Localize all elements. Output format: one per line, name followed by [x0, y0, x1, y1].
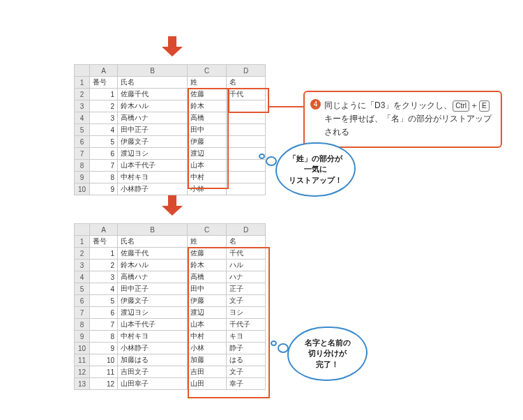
cell-C9[interactable]: 中村: [188, 172, 227, 183]
cell-D3[interactable]: ハル: [227, 260, 266, 271]
cell-A8[interactable]: 7: [90, 160, 118, 172]
cell-C6[interactable]: 伊藤: [188, 136, 227, 148]
cell-B7[interactable]: 渡辺ヨシ: [118, 307, 188, 319]
cell-B3[interactable]: 鈴木ハル: [118, 260, 188, 271]
cell-A6[interactable]: 5: [90, 295, 118, 307]
cell-A3[interactable]: 2: [90, 100, 118, 112]
column-header-B[interactable]: B: [118, 65, 188, 77]
row-header[interactable]: 8: [75, 160, 90, 172]
cell-A10[interactable]: 9: [90, 183, 118, 195]
cell-A13[interactable]: 12: [90, 378, 118, 390]
column-header-D[interactable]: D: [227, 65, 266, 77]
cell-B3[interactable]: 鈴木ハル: [118, 100, 188, 112]
cell-D2[interactable]: 千代: [227, 248, 266, 260]
cell-C1[interactable]: 姓: [188, 236, 227, 248]
cell-B8[interactable]: 山本千代子: [118, 160, 188, 172]
cell-B9[interactable]: 中村キヨ: [118, 331, 188, 343]
cell-D4[interactable]: [227, 112, 266, 124]
cell-C3[interactable]: 鈴木: [188, 100, 227, 112]
cell-D6[interactable]: [227, 136, 266, 148]
cell-B13[interactable]: 山田幸子: [118, 378, 188, 390]
cell-D13[interactable]: 幸子: [227, 378, 266, 390]
cell-B1[interactable]: 氏名: [118, 77, 188, 89]
column-header-A[interactable]: A: [90, 224, 118, 236]
row-header[interactable]: 1: [75, 77, 90, 89]
cell-C8[interactable]: 山本: [188, 160, 227, 172]
cell-B5[interactable]: 田中正子: [118, 124, 188, 136]
row-header[interactable]: 8: [75, 319, 90, 331]
cell-A1[interactable]: 番号: [90, 77, 118, 89]
row-header[interactable]: 3: [75, 260, 90, 271]
cell-C4[interactable]: 高橋: [188, 112, 227, 124]
cell-D10[interactable]: 静子: [227, 343, 266, 354]
cell-D2[interactable]: 千代: [227, 89, 266, 100]
cell-A3[interactable]: 2: [90, 260, 118, 271]
cell-A5[interactable]: 4: [90, 283, 118, 295]
cell-A4[interactable]: 3: [90, 271, 118, 283]
cell-B6[interactable]: 伊藤文子: [118, 136, 188, 148]
cell-D9[interactable]: キヨ: [227, 331, 266, 343]
row-header[interactable]: 5: [75, 283, 90, 295]
cell-A11[interactable]: 10: [90, 354, 118, 366]
cell-C8[interactable]: 山本: [188, 319, 227, 331]
cell-C7[interactable]: 渡辺: [188, 148, 227, 160]
cell-C10[interactable]: 小林: [188, 343, 227, 354]
row-header[interactable]: 10: [75, 183, 90, 195]
row-header[interactable]: 9: [75, 172, 90, 183]
cell-B12[interactable]: 吉田文子: [118, 366, 188, 378]
cell-B10[interactable]: 小林静子: [118, 183, 188, 195]
row-header[interactable]: 13: [75, 378, 90, 390]
column-header-C[interactable]: C: [188, 224, 227, 236]
cell-C3[interactable]: 鈴木: [188, 260, 227, 271]
cell-C4[interactable]: 高橋: [188, 271, 227, 283]
row-header[interactable]: 7: [75, 148, 90, 160]
row-header[interactable]: 7: [75, 307, 90, 319]
cell-A9[interactable]: 8: [90, 172, 118, 183]
cell-D8[interactable]: 千代子: [227, 319, 266, 331]
cell-D8[interactable]: [227, 160, 266, 172]
row-header[interactable]: 4: [75, 112, 90, 124]
row-header[interactable]: 11: [75, 354, 90, 366]
cell-B7[interactable]: 渡辺ヨシ: [118, 148, 188, 160]
cell-B2[interactable]: 佐藤千代: [118, 248, 188, 260]
row-header[interactable]: 2: [75, 89, 90, 100]
cell-C5[interactable]: 田中: [188, 124, 227, 136]
cell-A8[interactable]: 7: [90, 319, 118, 331]
cell-D3[interactable]: [227, 100, 266, 112]
cell-D11[interactable]: はる: [227, 354, 266, 366]
row-header[interactable]: 2: [75, 248, 90, 260]
cell-B1[interactable]: 氏名: [118, 236, 188, 248]
cell-C2[interactable]: 佐藤: [188, 89, 227, 100]
cell-D10[interactable]: [227, 183, 266, 195]
cell-C5[interactable]: 田中: [188, 283, 227, 295]
cell-B5[interactable]: 田中正子: [118, 283, 188, 295]
cell-D7[interactable]: ヨシ: [227, 307, 266, 319]
cell-C6[interactable]: 伊藤: [188, 295, 227, 307]
column-header-C[interactable]: C: [188, 65, 227, 77]
column-header-B[interactable]: B: [118, 224, 188, 236]
row-header[interactable]: 10: [75, 343, 90, 354]
cell-A5[interactable]: 4: [90, 124, 118, 136]
row-header[interactable]: 12: [75, 366, 90, 378]
cell-D12[interactable]: 文子: [227, 366, 266, 378]
cell-A7[interactable]: 6: [90, 148, 118, 160]
cell-B6[interactable]: 伊藤文子: [118, 295, 188, 307]
cell-D9[interactable]: [227, 172, 266, 183]
cell-D4[interactable]: ハナ: [227, 271, 266, 283]
cell-B11[interactable]: 加藤はる: [118, 354, 188, 366]
cell-C11[interactable]: 加藤: [188, 354, 227, 366]
cell-A1[interactable]: 番号: [90, 236, 118, 248]
column-header-A[interactable]: A: [90, 65, 118, 77]
cell-D1[interactable]: 名: [227, 77, 266, 89]
row-header[interactable]: 9: [75, 331, 90, 343]
cell-D5[interactable]: 正子: [227, 283, 266, 295]
cell-A10[interactable]: 9: [90, 343, 118, 354]
cell-B4[interactable]: 高橋ハナ: [118, 271, 188, 283]
cell-A12[interactable]: 11: [90, 366, 118, 378]
cell-B9[interactable]: 中村キヨ: [118, 172, 188, 183]
cell-C12[interactable]: 吉田: [188, 366, 227, 378]
cell-C13[interactable]: 山田: [188, 378, 227, 390]
row-header[interactable]: 1: [75, 236, 90, 248]
row-header[interactable]: 5: [75, 124, 90, 136]
cell-C7[interactable]: 渡辺: [188, 307, 227, 319]
